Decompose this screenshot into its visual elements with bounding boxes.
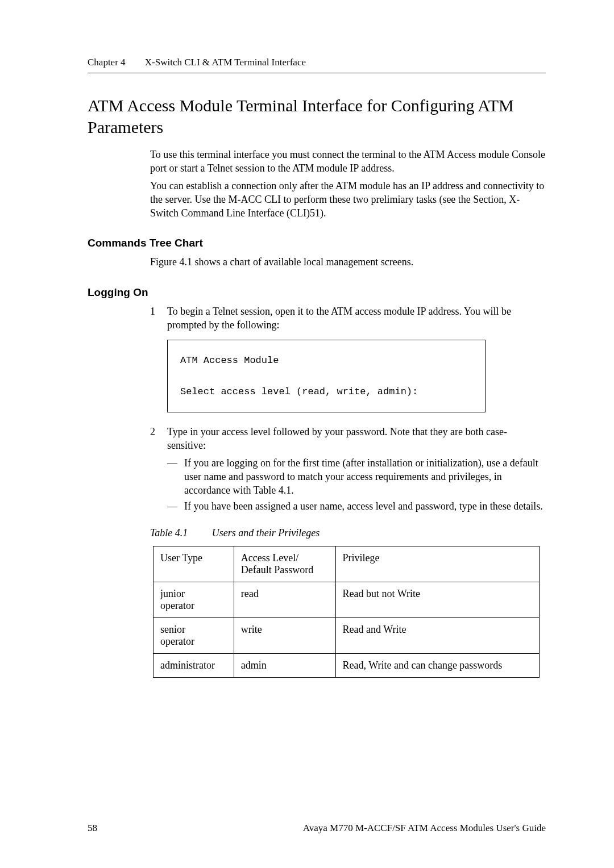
logging-on-steps: 1 To begin a Telnet session, open it to …	[150, 304, 546, 332]
step-2: 2 Type in your access level followed by …	[150, 425, 546, 516]
table-caption-text: Users and their Privileges	[212, 527, 320, 539]
step-2-bullets: — If you are logging on for the first ti…	[167, 456, 546, 514]
cell-text: operator	[160, 636, 194, 647]
bullet-2-text: If you have been assigned a user name, a…	[184, 499, 546, 513]
step-2-body: Type in your access level followed by yo…	[167, 425, 546, 516]
table-row: administrator admin Read, Write and can …	[154, 653, 540, 677]
step-1-number: 1	[150, 304, 167, 332]
commands-tree-text: Figure 4.1 shows a chart of available lo…	[150, 255, 546, 269]
cell-text: operator	[160, 600, 194, 611]
col-access-level-line1: Access Level/	[241, 552, 298, 564]
cell-access-level: read	[234, 582, 335, 617]
cell-text: senior	[160, 624, 185, 635]
table-caption: Table 4.1 Users and their Privileges	[150, 527, 546, 539]
bullet-1: — If you are logging on for the first ti…	[167, 456, 546, 498]
table-caption-number: Table 4.1	[150, 527, 188, 539]
page-footer: 58 Avaya M770 M-ACCF/SF ATM Access Modul…	[88, 823, 546, 834]
intro-paragraph-2: You can establish a connection only afte…	[150, 179, 546, 220]
col-privilege: Privilege	[335, 546, 539, 582]
step-2-number: 2	[150, 425, 167, 516]
page-number: 58	[88, 823, 97, 834]
cell-user-type: junior operator	[154, 582, 234, 617]
terminal-output-box: ATM Access Module Select access level (r…	[167, 340, 486, 412]
intro-paragraph-1: To use this terminal interface you must …	[150, 148, 546, 176]
cell-privilege: Read but not Write	[335, 582, 539, 617]
step-2-text: Type in your access level followed by yo…	[167, 426, 507, 451]
table-row: senior operator write Read and Write	[154, 617, 540, 653]
step-1-text: To begin a Telnet session, open it to th…	[167, 304, 546, 332]
col-user-type: User Type	[154, 546, 234, 582]
commands-tree-paragraph: Figure 4.1 shows a chart of available lo…	[150, 255, 546, 269]
dash-icon: —	[167, 499, 184, 513]
bullet-2: — If you have been assigned a user name,…	[167, 499, 546, 513]
doc-title: Avaya M770 M-ACCF/SF ATM Access Modules …	[303, 823, 546, 834]
logging-on-heading: Logging On	[88, 286, 546, 299]
cell-access-level: write	[234, 617, 335, 653]
step-1: 1 To begin a Telnet session, open it to …	[150, 304, 546, 332]
table-row: junior operator read Read but not Write	[154, 582, 540, 617]
col-access-level: Access Level/ Default Password	[234, 546, 335, 582]
cell-privilege: Read and Write	[335, 617, 539, 653]
running-header: Chapter 4 X-Switch CLI & ATM Terminal In…	[88, 57, 546, 68]
dash-icon: —	[167, 456, 184, 498]
intro-block: To use this terminal interface you must …	[150, 148, 546, 220]
cell-text: junior	[160, 588, 185, 599]
logging-on-steps-cont: 2 Type in your access level followed by …	[150, 425, 546, 516]
section-title: ATM Access Module Terminal Interface for…	[88, 95, 546, 137]
cell-user-type: administrator	[154, 653, 234, 677]
cell-access-level: admin	[234, 653, 335, 677]
cell-user-type: senior operator	[154, 617, 234, 653]
chapter-label: Chapter 4	[88, 57, 126, 68]
commands-tree-heading: Commands Tree Chart	[88, 237, 546, 249]
header-divider	[88, 73, 546, 73]
col-access-level-line2: Default Password	[241, 564, 313, 575]
cell-privilege: Read, Write and can change passwords	[335, 653, 539, 677]
chapter-title: X-Switch CLI & ATM Terminal Interface	[145, 57, 306, 68]
bullet-1-text: If you are logging on for the first time…	[184, 456, 546, 498]
table-header-row: User Type Access Level/ Default Password…	[154, 546, 540, 582]
privileges-table: User Type Access Level/ Default Password…	[153, 546, 540, 678]
